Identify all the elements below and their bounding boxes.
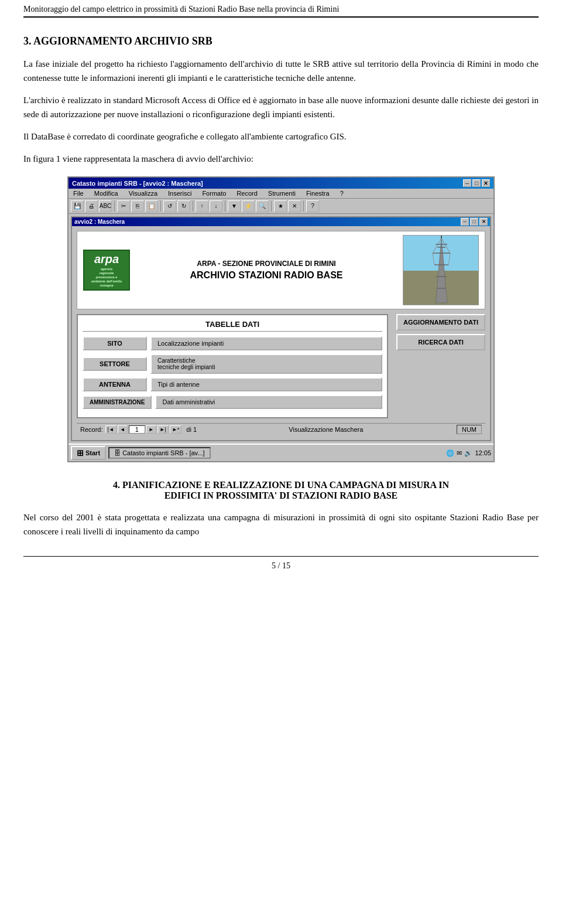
outer-titlebar: Catasto impianti SRB - [avvio2 : Mascher…: [68, 178, 494, 189]
tabelle-row-amministrazione: AMMINISTRAZIONE Dati amministrativi: [83, 395, 382, 409]
btn-localizzazione[interactable]: Localizzazione impianti: [150, 336, 382, 350]
start-label: Start: [85, 449, 100, 456]
tb-spell[interactable]: ABC: [99, 200, 112, 212]
tabelle-row-settore: SETTORE Caratteristichetecniche degli im…: [83, 354, 382, 374]
btn-tipi-antenne[interactable]: Tipi di antenne: [150, 377, 382, 391]
taskbar-item-label: Catasto impianti SRB - [av...]: [122, 449, 204, 456]
inner-title-text: avvio2 : Maschera: [74, 219, 125, 225]
rec-prev-btn[interactable]: ◄: [118, 425, 128, 434]
btn-amministrazione[interactable]: AMMINISTRAZIONE: [83, 395, 152, 409]
tb-sort-desc[interactable]: ↓: [210, 200, 222, 212]
menubar: File Modifica Visualizza Inserisci Forma…: [68, 189, 494, 199]
btn-antenna[interactable]: ANTENNA: [83, 377, 147, 391]
statusbar: Record: |◄ ◄ ► ►| ►* di 1 Visualizzazion…: [77, 423, 485, 435]
arpa-subtitle: ARPA - SEZIONE PROVINCIALE DI RIMINI: [137, 260, 396, 268]
arpa-tower-photo: [403, 235, 479, 305]
tb-help[interactable]: ?: [306, 200, 319, 212]
inner-window-wrapper: avvio2 : Maschera ─ □ ✕ arpa agenziaregi…: [71, 216, 491, 441]
tb-sep5: [271, 201, 272, 212]
inner-close-btn[interactable]: ✕: [479, 218, 488, 226]
main-content-body: TABELLE DATI SITO Localizzazione impiant…: [77, 314, 485, 423]
screenshot-window: Catasto impianti SRB - [avvio2 : Mascher…: [67, 176, 495, 462]
right-buttons: AGGIORNAMENTO DATI RICERCA DATI: [396, 314, 485, 423]
tb-copy[interactable]: ⎘: [131, 200, 144, 212]
rec-first-btn[interactable]: |◄: [105, 425, 116, 434]
btn-dati-amministrativi[interactable]: Dati amministrativi: [155, 395, 382, 409]
btn-settore[interactable]: SETTORE: [83, 357, 147, 371]
menu-strumenti[interactable]: Strumenti: [266, 189, 298, 197]
page-footer: 5 / 15: [23, 556, 539, 571]
tb-undo[interactable]: ↺: [163, 200, 176, 212]
tb-sep4: [225, 201, 225, 212]
section4-para1: Nel corso del 2001 è stata progettata e …: [23, 510, 539, 538]
tb-redo[interactable]: ↻: [177, 200, 190, 212]
menu-formato[interactable]: Formato: [200, 189, 228, 197]
menu-visualizza[interactable]: Visualizza: [126, 189, 160, 197]
section3-para1: La fase iniziale del progetto ha richies…: [23, 57, 539, 85]
menu-modifica[interactable]: Modifica: [92, 189, 121, 197]
tb-cut[interactable]: ✂: [117, 200, 130, 212]
btn-caratteristiche[interactable]: Caratteristichetecniche degli impianti: [150, 354, 382, 374]
section4-title-line2: EDIFICI IN PROSSIMITA' DI STAZIONI RADIO…: [165, 490, 398, 500]
tb-print[interactable]: 🖨: [85, 200, 98, 212]
btn-ricerca-dati[interactable]: RICERCA DATI: [396, 334, 485, 350]
inner-content-area: arpa agenziaregionaleprevenzione eambien…: [72, 226, 490, 440]
inner-titlebar: avvio2 : Maschera ─ □ ✕: [72, 217, 490, 226]
arpa-header: arpa agenziaregionaleprevenzione eambien…: [77, 231, 485, 309]
left-panel: TABELLE DATI SITO Localizzazione impiant…: [77, 314, 388, 423]
inner-min-btn[interactable]: ─: [461, 218, 469, 226]
tb-sep1: [114, 201, 115, 212]
close-btn[interactable]: ✕: [482, 179, 490, 187]
tb-find[interactable]: 🔍: [256, 200, 269, 212]
tb-delete[interactable]: ✕: [288, 200, 301, 212]
menu-file[interactable]: File: [71, 189, 86, 197]
section4-title: 4. PIANIFICAZIONE E REALIZZAZIONE DI UNA…: [23, 480, 539, 501]
page-header: Monitoraggio del campo elettrico in pros…: [23, 0, 539, 18]
status-num: NUM: [457, 425, 482, 434]
tb-paste[interactable]: 📋: [145, 200, 158, 212]
inner-title-buttons: ─ □ ✕: [461, 218, 488, 226]
toolbar: 💾 🖨 ABC ✂ ⎘ 📋 ↺ ↻ ↑ ↓ ▼ ⚡ 🔍 ★ ✕ ?: [68, 199, 494, 214]
start-windows-icon: ⊞: [77, 448, 84, 458]
tb-new[interactable]: ★: [274, 200, 287, 212]
tb-filter[interactable]: ▼: [228, 200, 241, 212]
tb-sort-asc[interactable]: ↑: [196, 200, 208, 212]
inner-window: avvio2 : Maschera ─ □ ✕ arpa agenziaregi…: [71, 216, 491, 441]
figure-intro: In figura 1 viene rappresentata la masch…: [23, 152, 539, 166]
arpa-logo-text: arpa: [94, 253, 119, 266]
page-number: 5 / 15: [272, 561, 290, 570]
minimize-btn[interactable]: ─: [463, 179, 471, 187]
record-navigation: |◄ ◄ ► ►| ►*: [105, 425, 182, 434]
menu-finestra[interactable]: Finestra: [304, 189, 332, 197]
rec-next-btn[interactable]: ►: [146, 425, 156, 434]
btn-sito[interactable]: SITO: [83, 336, 147, 350]
rec-new-btn[interactable]: ►*: [170, 425, 181, 434]
rec-last-btn[interactable]: ►|: [157, 425, 169, 434]
section4-title-line1: 4. PIANIFICAZIONE E REALIZZAZIONE DI UNA…: [113, 480, 449, 490]
start-button[interactable]: ⊞ Start: [71, 446, 106, 460]
taskbar-right: 🌐 ✉ 🔊 12:05: [446, 449, 491, 457]
outer-title-text: Catasto impianti SRB - [avvio2 : Mascher…: [72, 180, 203, 187]
taskbar-app-item[interactable]: 🗄 Catasto impianti SRB - [av...]: [108, 447, 210, 459]
outer-title-buttons: ─ □ ✕: [463, 179, 490, 187]
menu-inserisci[interactable]: Inserisci: [166, 189, 194, 197]
section3-para2: L'archivio è realizzato in standard Micr…: [23, 93, 539, 121]
tabelle-title: TABELLE DATI: [83, 320, 382, 332]
arpa-main-title: ARCHIVIO STAZIONI RADIO BASE: [137, 270, 396, 281]
tb-save[interactable]: 💾: [71, 200, 84, 212]
tb-apply-filter[interactable]: ⚡: [242, 200, 255, 212]
tb-sep2: [160, 201, 161, 212]
btn-aggiornamento-dati[interactable]: AGGIORNAMENTO DATI: [396, 314, 485, 330]
ie-icon: 🌐: [446, 449, 454, 457]
tabelle-row-antenna: ANTENNA Tipi di antenne: [83, 377, 382, 391]
app-icon: 🗄: [114, 449, 121, 456]
inner-max-btn[interactable]: □: [470, 218, 478, 226]
menu-record[interactable]: Record: [234, 189, 259, 197]
maximize-btn[interactable]: □: [472, 179, 481, 187]
rec-current-input[interactable]: [129, 425, 145, 434]
mail-icon: ✉: [457, 449, 462, 457]
record-total: di 1: [186, 426, 197, 433]
menu-help[interactable]: ?: [338, 189, 346, 197]
header-text: Monitoraggio del campo elettrico in pros…: [23, 5, 339, 13]
taskbar: ⊞ Start 🗄 Catasto impianti SRB - [av...]…: [68, 444, 494, 461]
